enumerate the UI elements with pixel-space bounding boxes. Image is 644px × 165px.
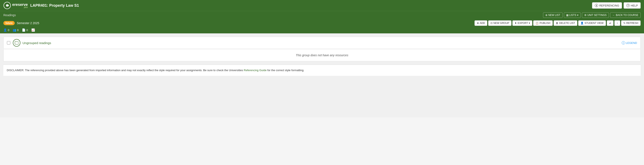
new-group-label: NEW GROUP	[494, 22, 509, 24]
delete-list-label: DELETE LIST	[559, 22, 575, 24]
filter-icon: ⇌	[609, 22, 611, 24]
dropdown-arrow-icon: ▾	[577, 14, 578, 16]
person-single-icon: 👤	[3, 28, 7, 32]
document-icon: 📄	[22, 28, 26, 32]
add-label: ADD	[480, 22, 485, 24]
add-button[interactable]: ⊕ ADD	[474, 20, 487, 26]
items-stat: 📄 0	[22, 28, 28, 32]
unit-settings-button[interactable]: ⚙ UNIT SETTINGS	[582, 12, 609, 18]
chart-stat[interactable]: 📈	[31, 28, 35, 32]
publish-button[interactable]: 📋 PUBLISH	[533, 20, 552, 26]
plus-icon: ⊕	[545, 14, 548, 16]
items-count: 0	[26, 28, 28, 32]
refresh-label: REFRESH	[626, 22, 638, 24]
disclaimer: DISCLAIMER: The referencing provided abo…	[3, 65, 641, 76]
back-to-course-button[interactable]: ← BACK TO COURSE	[610, 12, 641, 18]
info-icon: ℹ	[595, 4, 598, 7]
folder-icon	[13, 39, 20, 47]
list-icon: ▦	[566, 14, 568, 16]
new-list-button[interactable]: ⊕ NEW LIST	[543, 12, 562, 18]
publish-icon: 📋	[536, 22, 539, 24]
delete-list-button[interactable]: 🗑 DELETE LIST	[554, 20, 577, 26]
new-group-icon: ⊡	[490, 22, 492, 24]
gear-icon: ⚙	[584, 14, 586, 16]
header-buttons: ℹ REFERENCING ? HELP	[592, 2, 641, 8]
empty-group-message: This group does not have any resources	[3, 49, 641, 61]
filter-button[interactable]: ⇌	[607, 20, 614, 26]
empty-message-text: This group does not have any resources	[296, 53, 348, 57]
unit-settings-label: UNIT SETTINGS	[588, 14, 606, 16]
course-title: LAPR401: Property Law S1	[30, 3, 79, 8]
logo-text-block: ereserve plus	[12, 3, 28, 8]
help-button[interactable]: ? HELP	[624, 2, 641, 8]
disclaimer-text-before: DISCLAIMER: The referencing provided abo…	[7, 69, 244, 72]
lists-button[interactable]: ▦ LISTS ▾	[564, 12, 581, 18]
students-stat: 👤 0	[3, 28, 9, 32]
person-group-icon: 👥	[12, 28, 16, 32]
new-list-label: NEW LIST	[548, 14, 560, 16]
add-icon: ⊕	[477, 22, 479, 24]
student-view-label: STUDENT VIEW	[584, 22, 604, 24]
toolbar-left: future Semester 2 2025	[3, 21, 39, 25]
new-group-button[interactable]: ⊡ NEW GROUP	[488, 20, 512, 26]
refresh-icon: ↻	[624, 22, 626, 24]
legend-link[interactable]: i LEGEND	[622, 41, 637, 44]
person-icon: 👤	[580, 22, 584, 24]
legend-info-icon: i	[622, 41, 625, 44]
export-button[interactable]: ⬇ EXPORT	[512, 20, 532, 26]
lists-label: LISTS	[569, 14, 576, 16]
future-badge: future	[3, 21, 15, 25]
group-checkbox[interactable]	[7, 41, 10, 44]
referencing-guide-link[interactable]: Referencing Guide	[244, 69, 266, 72]
group-header: Ungrouped readings i LEGEND	[3, 37, 641, 49]
logo: ereserve plus	[3, 2, 28, 9]
sort-button[interactable]: ↕	[614, 20, 620, 26]
nav-buttons: ⊕ NEW LIST ▦ LISTS ▾ ⚙ UNIT SETTINGS ← B…	[543, 12, 641, 18]
help-label: HELP	[631, 4, 638, 7]
referencing-label: REFERENCING	[599, 4, 619, 7]
export-icon: ⬇	[515, 22, 517, 24]
groups-stat: 👥 0	[12, 28, 18, 32]
chart-icon: 📈	[31, 28, 35, 32]
refresh-button[interactable]: ↻ REFRESH	[621, 20, 641, 26]
content-area: Ungrouped readings i LEGEND This group d…	[0, 33, 644, 117]
student-view-button[interactable]: 👤 STUDENT VIEW	[578, 20, 606, 26]
help-icon: ?	[626, 4, 630, 7]
breadcrumb: Readings	[3, 13, 16, 17]
groups-count: 0	[17, 28, 18, 32]
publish-label: PUBLISH	[540, 22, 550, 24]
disclaimer-text-after: for the correct style formatting.	[266, 69, 304, 72]
semester-text: Semester 2 2025	[17, 21, 39, 25]
export-label: EXPORT	[518, 22, 528, 24]
stats-row: 👤 0 👥 0 📄 0 📈	[0, 27, 644, 33]
referencing-button[interactable]: ℹ REFERENCING	[592, 2, 622, 8]
sub-header: Readings ⊕ NEW LIST ▦ LISTS ▾ ⚙ UNIT SET…	[0, 11, 644, 19]
main-header: ereserve plus LAPR401: Property Law S1 ℹ…	[0, 0, 644, 11]
group-name: Ungrouped readings	[22, 41, 622, 45]
logo-icon	[3, 2, 11, 9]
toolbar-buttons: ⊕ ADD ⊡ NEW GROUP ⬇ EXPORT 📋 PUBLISH 🗑 D…	[474, 20, 641, 26]
students-count: 0	[8, 28, 9, 32]
legend-label: LEGEND	[626, 41, 637, 44]
back-to-course-label: BACK TO COURSE	[616, 14, 638, 16]
header-left: ereserve plus LAPR401: Property Law S1	[3, 2, 79, 9]
arrow-left-icon: ←	[612, 14, 615, 16]
trash-icon: 🗑	[556, 22, 558, 24]
toolbar-row: future Semester 2 2025 ⊕ ADD ⊡ NEW GROUP…	[0, 19, 644, 27]
sort-icon: ↕	[617, 22, 618, 24]
